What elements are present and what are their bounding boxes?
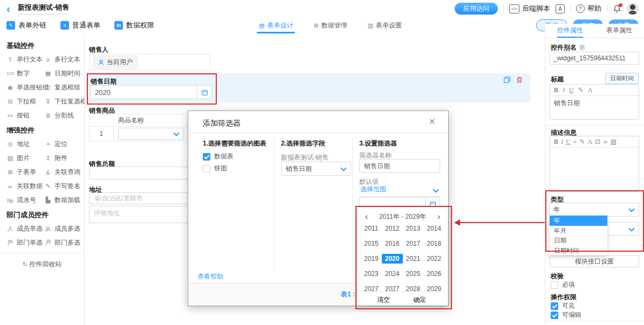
- year-cell[interactable]: 2026: [423, 269, 444, 279]
- delete-field-icon[interactable]: [516, 76, 523, 85]
- filter-field-select[interactable]: 销售日期: [281, 162, 351, 176]
- year-cell[interactable]: 2027: [361, 284, 382, 294]
- widget-related-data[interactable]: ∞关联数据: [6, 182, 44, 191]
- copy-field-icon[interactable]: [503, 76, 511, 85]
- datetime-type-badge[interactable]: 日期时间: [605, 73, 639, 84]
- year-cell[interactable]: 2022: [423, 254, 444, 264]
- widget-data-load[interactable]: ▙数据加载: [44, 196, 82, 205]
- widget-attachment[interactable]: ↥附件: [44, 154, 82, 163]
- notification-bell-icon[interactable]: [613, 4, 621, 13]
- checkbox-unchecked-icon[interactable]: [551, 281, 558, 289]
- year-cell[interactable]: 2013: [403, 224, 424, 233]
- checkbox-checked-icon[interactable]: [203, 153, 210, 161]
- year-cell-selected[interactable]: 2020: [382, 254, 403, 264]
- widget-member-single[interactable]: 人成员单选: [6, 224, 44, 233]
- font-color-icon[interactable]: A: [588, 138, 593, 146]
- underline-icon[interactable]: U: [566, 138, 571, 146]
- close-icon[interactable]: ×: [429, 115, 435, 128]
- prev-decade-icon[interactable]: ‹: [365, 212, 368, 221]
- year-cell[interactable]: 2012: [382, 224, 403, 233]
- page-title[interactable]: 新报表测试-销售: [18, 3, 69, 15]
- language-icon[interactable]: A: [556, 4, 565, 13]
- confirm-button[interactable]: 确定: [413, 295, 426, 305]
- font-color-icon[interactable]: A: [588, 86, 593, 94]
- view-help-link[interactable]: 查看帮助: [197, 272, 223, 281]
- description-value[interactable]: [550, 148, 639, 153]
- widget-location[interactable]: ⌖定位: [44, 140, 82, 149]
- link-icon[interactable]: ✎: [578, 86, 584, 94]
- widget-single-line-text[interactable]: T单行文本: [6, 55, 44, 64]
- calendar-icon[interactable]: [197, 86, 211, 99]
- year-cell[interactable]: 2011: [361, 224, 382, 233]
- year-cell[interactable]: 2029: [423, 284, 444, 294]
- year-cell[interactable]: 2017: [403, 239, 424, 248]
- widget-radio-group[interactable]: ◉单选按钮组: [6, 83, 44, 92]
- visible-checkbox-row[interactable]: 可见: [551, 301, 575, 310]
- insert-image-icon[interactable]: ▧: [611, 138, 616, 146]
- widget-image[interactable]: ▧图片: [6, 154, 44, 163]
- help-button[interactable]: ? 帮助: [576, 4, 601, 13]
- tab-data-management[interactable]: ⊞ 数据管理: [313, 17, 347, 33]
- year-cell[interactable]: 2023: [361, 269, 382, 279]
- product-select[interactable]: [118, 128, 184, 140]
- option-year[interactable]: 年: [550, 216, 607, 226]
- year-cell[interactable]: 2024: [382, 269, 403, 279]
- tab-form-settings[interactable]: ▥ 表单设置: [368, 17, 402, 33]
- widget-dropdown[interactable]: ⊟下拉框: [6, 97, 44, 106]
- required-checkbox-row[interactable]: 必填: [551, 280, 575, 289]
- bold-icon[interactable]: B: [554, 86, 558, 94]
- backend-script-button[interactable]: </> 后端脚本: [509, 4, 550, 13]
- default-value-select[interactable]: 选择范围: [359, 185, 440, 197]
- year-cell[interactable]: 2021: [403, 254, 424, 264]
- bold-icon[interactable]: B: [554, 138, 558, 146]
- widget-dept-multi[interactable]: 戸部门多选: [44, 238, 82, 247]
- help-tooltip-icon[interactable]: ?: [579, 44, 585, 51]
- year-cell[interactable]: 2025: [403, 269, 424, 279]
- widget-checkbox-group[interactable]: ☑复选框组: [44, 83, 82, 92]
- option-datetime[interactable]: 日期时间: [550, 246, 607, 256]
- year-cell[interactable]: 2016: [382, 239, 403, 248]
- year-cell[interactable]: 2028: [403, 284, 424, 294]
- title-value[interactable]: 销售日期: [550, 96, 639, 110]
- year-range-label[interactable]: 2011年 - 2029年: [379, 212, 426, 222]
- avatar[interactable]: [627, 3, 639, 15]
- nav-normal-form[interactable]: ≡ 普通表单: [60, 20, 100, 30]
- type-select[interactable]: 年: [550, 203, 639, 217]
- checkbox-checked-icon[interactable]: [551, 312, 558, 319]
- year-cell[interactable]: 2027: [382, 284, 403, 294]
- copy-icon[interactable]: ⊡: [595, 138, 600, 146]
- year-cell[interactable]: 2018: [423, 239, 444, 248]
- chart-option-piechart[interactable]: 饼图: [203, 164, 227, 173]
- link-icon[interactable]: ✎: [579, 138, 585, 146]
- seller-field[interactable]: 当前用户: [89, 54, 210, 70]
- tab-widget-properties[interactable]: 控件属性: [545, 24, 595, 38]
- italic-icon[interactable]: I: [563, 86, 565, 94]
- tab-form-properties[interactable]: 表单属性: [595, 24, 644, 38]
- alias-input[interactable]: _widget_1575964432511: [550, 52, 639, 65]
- align-icon[interactable]: ≡: [573, 138, 577, 146]
- widget-datetime[interactable]: ▦日期时间: [44, 69, 82, 78]
- widget-number[interactable]: 123数字: [6, 69, 44, 78]
- widget-multi-line-text[interactable]: ≡多行文本: [44, 55, 82, 64]
- filter-name-input[interactable]: 销售日期: [359, 159, 440, 173]
- current-user-chip[interactable]: 当前用户: [93, 56, 138, 69]
- widget-address[interactable]: ◎地址: [6, 140, 44, 149]
- checkbox-checked-icon[interactable]: [551, 302, 558, 310]
- widget-related-query[interactable]: &关联查询: [44, 168, 82, 177]
- widget-member-multi[interactable]: 从成员多选: [44, 224, 82, 233]
- chart-option-datatable[interactable]: 数据表: [203, 152, 234, 161]
- back-button[interactable]: ‹: [6, 3, 10, 14]
- widget-signature[interactable]: ✎手写签名: [44, 182, 82, 191]
- widget-subform[interactable]: ⊞子表单: [6, 168, 44, 177]
- module-api-button[interactable]: 模块接口设置: [550, 255, 639, 267]
- next-decade-icon[interactable]: ›: [437, 212, 440, 221]
- nav-data-permission[interactable]: In 数据权限: [114, 20, 154, 30]
- widget-multi-dropdown[interactable]: ⊽下拉复选框: [44, 97, 82, 106]
- year-cell[interactable]: 2019: [361, 254, 382, 264]
- underline-icon[interactable]: U: [569, 86, 574, 94]
- year-cell[interactable]: 2015: [361, 239, 382, 248]
- option-year-month[interactable]: 年月: [550, 226, 607, 236]
- sale-date-input[interactable]: 2020: [90, 85, 212, 99]
- checkbox-unchecked-icon[interactable]: [203, 165, 210, 172]
- nav-form-external-link[interactable]: ✎ 表单外链: [6, 20, 46, 30]
